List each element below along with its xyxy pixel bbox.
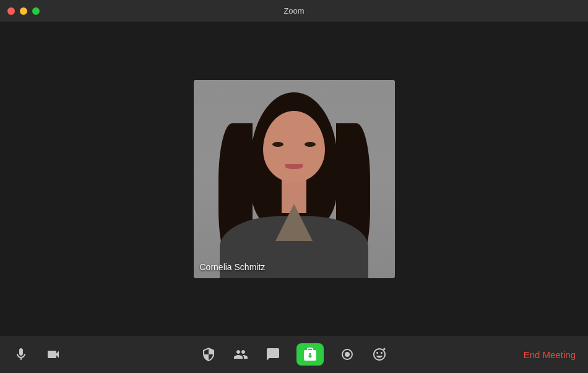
end-meeting-button[interactable]: End Meeting: [524, 349, 576, 360]
toolbar-right: End Meeting: [524, 349, 576, 360]
video-button[interactable]: [45, 346, 62, 363]
minimize-button[interactable]: [20, 7, 27, 15]
svg-point-2: [384, 348, 386, 350]
microphone-icon: [12, 346, 30, 363]
toolbar-center: [200, 343, 388, 366]
participants-icon: [232, 346, 249, 363]
record-icon: [339, 346, 356, 363]
window-controls: [7, 7, 40, 15]
title-bar: Zoom: [0, 0, 588, 22]
close-button[interactable]: [7, 7, 15, 15]
maximize-button[interactable]: [32, 7, 40, 15]
share-screen-button[interactable]: [296, 343, 324, 366]
video-placeholder: [194, 80, 395, 278]
window-title: Zoom: [283, 6, 304, 15]
svg-point-1: [345, 352, 350, 357]
participant-name: Cornelia Schmitz: [200, 262, 266, 272]
participants-button[interactable]: [232, 346, 249, 363]
chat-button[interactable]: [264, 346, 282, 363]
record-button[interactable]: [339, 346, 356, 363]
toolbar-left: [12, 346, 62, 363]
reactions-button[interactable]: [371, 346, 388, 363]
shield-icon: [200, 346, 217, 363]
security-button[interactable]: [200, 346, 217, 363]
share-icon: [301, 346, 319, 363]
camera-icon: [45, 346, 62, 363]
main-content: Cornelia Schmitz: [0, 22, 588, 336]
reactions-icon: [371, 346, 388, 363]
toolbar: End Meeting: [0, 336, 588, 373]
video-tile: Cornelia Schmitz: [194, 80, 395, 278]
chat-icon: [264, 346, 282, 363]
mute-button[interactable]: [12, 346, 30, 363]
